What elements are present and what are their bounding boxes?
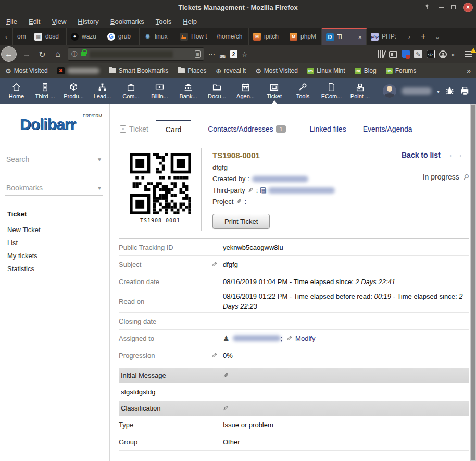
edit-pencil-icon[interactable]: ✎ (223, 404, 229, 412)
menu-tools[interactable]: Tools (156, 18, 171, 25)
menu-ecommerce[interactable]: ECom... (317, 78, 346, 104)
new-tab-button[interactable]: + (416, 28, 431, 45)
tab-events-agenda[interactable]: Events/Agenda (356, 125, 420, 138)
privacy-extension-icon[interactable] (402, 50, 410, 58)
menu-documents[interactable]: Docu... (203, 78, 231, 104)
menu-billing[interactable]: Billin... (145, 78, 174, 104)
bookmark-smart-bookmarks[interactable]: Smart Bookmarks (109, 67, 168, 74)
home-button[interactable]: ⌂ (52, 49, 64, 59)
tab-card[interactable]: Card (156, 120, 191, 138)
browser-tab[interactable]: ●wazu (67, 28, 103, 45)
menu-products[interactable]: Produ... (59, 78, 88, 104)
menu-bookmarks[interactable]: Bookmarks (110, 18, 144, 25)
modify-link[interactable]: Modify (295, 334, 315, 343)
bookmark-most-visited-2[interactable]: ⚙Most Visited (255, 67, 298, 75)
menu-file[interactable]: File (6, 18, 17, 25)
app-menu-icon[interactable] (464, 50, 473, 58)
pin-icon[interactable] (423, 4, 431, 11)
browser-tab[interactable]: ✹linux (140, 28, 176, 45)
menu-third-parties[interactable]: Third-... (31, 78, 59, 104)
sidebar-item-my-tickets[interactable]: My tickets (7, 249, 109, 262)
back-to-list-link[interactable]: Back to list (402, 151, 441, 159)
sidebar-bookmarks-dropdown[interactable]: Bookmarks ▼ (5, 181, 103, 196)
bookmark-linux-mint[interactable]: lmLinux Mint (307, 67, 345, 74)
edit-pencil-icon[interactable]: ✎ (248, 186, 254, 194)
menu-agenda[interactable]: Agen... (231, 78, 260, 104)
bookmark-redacted[interactable]: ✖ (57, 67, 99, 74)
browser-tab[interactable]: Mipitch (249, 28, 285, 45)
menu-point-of-sale[interactable]: Point ... (346, 78, 374, 104)
pocket-shield-icon[interactable]: ◛ (219, 50, 226, 58)
bookmark-blog[interactable]: lmBlog (355, 67, 377, 74)
redacted-username[interactable] (402, 87, 432, 95)
menu-help[interactable]: Help (183, 18, 197, 25)
bookmark-places[interactable]: Places (178, 67, 206, 74)
back-button[interactable]: ← (1, 46, 17, 62)
tab-scroll-left-icon[interactable]: ‹ (0, 28, 12, 45)
maximize-button[interactable] (451, 5, 456, 9)
menu-history[interactable]: History (78, 18, 98, 25)
print-ticket-button[interactable]: Print Ticket (212, 214, 270, 229)
redacted-assigned-user-link[interactable] (233, 335, 281, 341)
tab-contacts[interactable]: Contacts/Addresses1 (201, 125, 293, 138)
menu-leads[interactable]: Lead... (88, 78, 117, 104)
code-extension-icon[interactable]: </> (427, 50, 435, 58)
browser-tab[interactable]: How t (176, 28, 212, 45)
account-icon[interactable] (439, 50, 447, 58)
extension-2-icon[interactable]: 2 (230, 50, 237, 58)
browser-tab[interactable]: ome (12, 28, 30, 45)
tab-linked-files[interactable]: Linked files (303, 125, 354, 138)
edit-pencil-icon[interactable]: ✎ (223, 372, 229, 379)
tab-list-dropdown-icon[interactable]: ⌄ (431, 28, 444, 45)
browser-tab[interactable]: phpPHP: (367, 28, 403, 45)
page-actions-icon[interactable]: ⋯ (208, 50, 215, 58)
printer-icon[interactable] (460, 86, 470, 96)
edit-pencil-icon[interactable]: ✎ (211, 261, 217, 268)
site-info-icon[interactable]: ⓘ (71, 50, 78, 59)
bookmark-most-visited[interactable]: ⚙Most Visited (5, 67, 48, 75)
overflow-chevrons-icon[interactable]: » (451, 50, 455, 58)
redacted-created-by-link[interactable] (252, 176, 308, 182)
sidebar-item-new-ticket[interactable]: New Ticket (7, 223, 109, 236)
browser-tab[interactable]: ▤dosd (30, 28, 67, 45)
edit-pencil-icon[interactable]: ✎ (211, 352, 217, 360)
forward-button[interactable]: → (21, 49, 32, 59)
menu-commercial[interactable]: Com... (117, 78, 145, 104)
reader-mode-icon[interactable]: ≡ (195, 50, 201, 58)
url-bar[interactable]: ⓘ ≡ (68, 47, 204, 61)
browser-tab[interactable]: Ggrub (103, 28, 140, 45)
bookmark-star-icon[interactable]: ☆ (242, 50, 248, 58)
close-button[interactable]: × (463, 3, 473, 12)
browser-tab-active[interactable]: DTi× (322, 28, 367, 45)
pager-prev-icon[interactable]: ‹ (449, 151, 459, 159)
menu-edit[interactable]: Edit (29, 18, 40, 25)
minimize-button[interactable] (439, 7, 444, 8)
redacted-third-party-link[interactable] (268, 187, 335, 194)
sidebar-search-dropdown[interactable]: Search ▼ (5, 152, 103, 167)
menu-bank[interactable]: Bank... (174, 78, 203, 104)
menu-ticket-active[interactable]: Ticket (260, 78, 289, 104)
sidebar-item-list[interactable]: List (7, 236, 109, 249)
bookmark-reveal-it[interactable]: ⊕reveal it (216, 67, 246, 75)
scrollbar-thumb[interactable] (471, 105, 475, 460)
sidebar-item-statistics[interactable]: Statistics (7, 262, 109, 275)
notes-extension-icon[interactable]: ✎ (414, 50, 422, 58)
library-icon[interactable] (378, 50, 385, 58)
browser-tab[interactable]: /home/ch (212, 28, 249, 45)
bookmark-forums[interactable]: lmForums (386, 67, 417, 74)
reload-button[interactable]: ↻ (36, 49, 48, 59)
chevron-down-icon[interactable]: ▾ (437, 88, 440, 94)
bookmarks-overflow-icon[interactable]: » (467, 67, 471, 75)
edit-pencil-icon[interactable]: ✎ (286, 334, 292, 343)
sidebar-toggle-icon[interactable] (389, 51, 397, 58)
tab-scroll-right-icon[interactable]: › (403, 28, 416, 45)
menu-home[interactable]: Home (2, 78, 31, 104)
tab-close-icon[interactable]: × (358, 33, 362, 41)
edit-pencil-icon[interactable]: ✎ (236, 198, 242, 206)
menu-tools[interactable]: Tools (289, 78, 317, 104)
page-scrollbar[interactable] (470, 104, 476, 461)
user-avatar[interactable] (383, 84, 396, 98)
menu-view[interactable]: View (52, 18, 66, 25)
pager-next-icon[interactable]: › (459, 151, 469, 159)
bug-icon[interactable] (445, 86, 455, 96)
